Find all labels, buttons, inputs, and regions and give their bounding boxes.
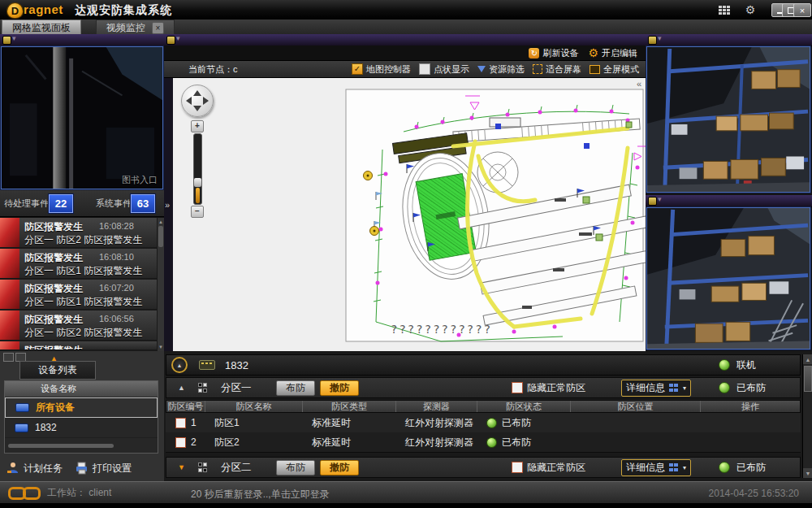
zoom-slider-thumb[interactable]: [194, 178, 201, 187]
camera-node-icon[interactable]: [648, 36, 657, 45]
checkbox-empty-icon[interactable]: [512, 462, 523, 473]
pan-left-icon[interactable]: [186, 97, 192, 105]
chevron-down-icon[interactable]: ▾: [658, 34, 662, 42]
collapse-right-icon[interactable]: »: [165, 200, 170, 210]
tree-horizontal-scrollbar[interactable]: [8, 444, 114, 448]
tab-video-monitor-label: 视频监控: [106, 21, 145, 35]
zoom-slider[interactable]: [193, 133, 202, 205]
col-zone-name: 防区名称: [205, 401, 303, 412]
alarm-title: 防区报警发生: [24, 220, 83, 234]
camera-name-overlay: 图书入口: [122, 174, 158, 186]
panel-scrollbar[interactable]: ▲ ▼: [802, 354, 812, 478]
arm-button[interactable]: 布防: [276, 460, 315, 475]
checkbox-empty-icon[interactable]: [419, 63, 430, 75]
map-canvas[interactable]: ???????????? « + −: [173, 78, 646, 351]
fullscreen-button[interactable]: 全屏模式: [590, 63, 639, 76]
alarm-flag-icon: [0, 280, 19, 309]
video-feed-entrance[interactable]: 图书入口: [1, 46, 163, 189]
video-feed-warehouse-2[interactable]: [646, 207, 810, 350]
right-video1-header: ▾: [646, 34, 812, 46]
device-tree: 设备名称 所有设备 1832: [4, 380, 158, 454]
alarm-item[interactable]: 防区报警发生 16:06:56 分区一 防区2 防区报警发生: [0, 310, 157, 340]
disarm-button[interactable]: 撤防: [320, 380, 359, 396]
tree-item-label: 所有设备: [36, 401, 75, 415]
detail-info-button[interactable]: 详细信息 ▾: [621, 380, 691, 397]
scheduled-task-button[interactable]: 计划任务: [6, 462, 63, 475]
scrollbar-thumb[interactable]: [804, 366, 812, 392]
device-1832-row[interactable]: ▲ 1832 联机: [166, 354, 801, 376]
zone-type: 标准延时: [302, 416, 395, 430]
tab-close-icon[interactable]: ×: [152, 22, 164, 34]
hide-normal-zones-checkbox[interactable]: 隐藏正常防区: [512, 381, 585, 395]
map-panel-header: ▾: [164, 34, 646, 46]
tab-grid-panel[interactable]: 网格监视面板: [2, 20, 81, 35]
alarm-item-partial[interactable]: 防区报警发生: [0, 341, 157, 350]
settings-gear-icon[interactable]: ⚙: [744, 4, 757, 15]
tab-grid-panel-label: 网格监视面板: [12, 21, 71, 35]
scroll-up-icon[interactable]: ▲: [803, 354, 812, 364]
tab-device-list[interactable]: 设备列表: [19, 361, 96, 380]
expand-partition-icon[interactable]: ▼: [178, 463, 185, 471]
partition2-row[interactable]: ▼ 分区二 布防 撤防 隐藏正常防区 详细信息 ▾ 已布防: [166, 457, 801, 478]
chevron-down-icon[interactable]: ▾: [658, 195, 662, 203]
scroll-down-icon[interactable]: ▼: [803, 468, 812, 478]
map-node-icon[interactable]: [166, 36, 175, 45]
panel-window-icon[interactable]: [3, 353, 14, 362]
zoom-slider-fill: [196, 188, 200, 203]
relogin-message[interactable]: 20 秒后重新登录..,单击立即登录: [191, 488, 330, 501]
camera-node-icon[interactable]: [648, 197, 657, 206]
checkbox-checked-icon[interactable]: ✓: [352, 63, 363, 75]
zone-checkbox[interactable]: [175, 418, 186, 428]
zone-checkbox[interactable]: [175, 437, 186, 448]
refresh-devices-label: 刷新设备: [542, 47, 578, 59]
pan-up-icon[interactable]: [193, 90, 201, 96]
tree-item-1832[interactable]: 1832: [5, 418, 158, 438]
scrollbar-thumb[interactable]: [158, 226, 163, 247]
zoom-out-button[interactable]: −: [191, 206, 204, 218]
zoom-in-button[interactable]: +: [191, 120, 204, 132]
refresh-devices-button[interactable]: ↻ 刷新设备: [529, 47, 578, 59]
left-video-header: ▾: [0, 34, 164, 46]
collapse-device-button[interactable]: ▲: [171, 357, 188, 373]
zone-row-2[interactable]: 2 防区2 标准延时 红外对射探测器 已布防: [166, 432, 801, 453]
map-controller-checkbox[interactable]: ✓ 地图控制器: [352, 63, 411, 76]
pan-right-icon[interactable]: [203, 97, 209, 105]
scroll-down-icon[interactable]: ▼: [158, 344, 164, 350]
collapse-left-icon[interactable]: «: [637, 79, 641, 89]
map-pan-controller[interactable]: [181, 85, 214, 117]
device-name-header-label: 设备名称: [41, 383, 76, 395]
layout-grid-icon[interactable]: [718, 4, 731, 15]
partition1-row[interactable]: ▲ 分区一 布防 撤防 隐藏正常防区 详细信息 ▾ 已布防: [166, 377, 801, 398]
scroll-up-icon[interactable]: ▲: [158, 219, 164, 225]
collapse-partition-icon[interactable]: ▲: [178, 384, 185, 392]
arm-button[interactable]: 布防: [276, 380, 315, 396]
resource-filter-button[interactable]: 资源筛选: [477, 63, 525, 76]
tree-item-all-devices[interactable]: 所有设备: [5, 397, 158, 418]
fit-screen-button[interactable]: 适合屏幕: [533, 63, 581, 76]
alarm-item[interactable]: 防区报警发生 16:07:20 分区一 防区1 防区报警发生: [0, 280, 157, 309]
dot-display-checkbox[interactable]: 点状显示: [419, 63, 469, 76]
disarm-button[interactable]: 撤防: [320, 460, 359, 475]
hide-normal-zones-checkbox[interactable]: 隐藏正常防区: [512, 461, 585, 475]
armed-status-icon: [486, 437, 497, 448]
col-zone-no: 防区编号: [166, 401, 205, 412]
start-edit-button[interactable]: ⚙ 开启编辑: [588, 46, 637, 59]
tab-video-monitor[interactable]: 视频监控 ×: [96, 20, 175, 36]
system-events-label: 系统事件: [96, 198, 132, 210]
fullscreen-label: 全屏模式: [603, 63, 639, 76]
close-button[interactable]: ×: [793, 3, 811, 17]
video-feed-warehouse-1[interactable]: [646, 46, 810, 193]
alarm-item[interactable]: 防区报警发生 16:08:28 分区一 防区2 防区报警发生: [0, 218, 157, 247]
alarm-scrollbar[interactable]: ▲ ▼: [157, 218, 164, 351]
detail-info-button[interactable]: 详细信息 ▾: [621, 459, 691, 476]
print-settings-button[interactable]: 打印设置: [76, 462, 132, 475]
zone-row-1[interactable]: 1 防区1 标准延时 红外对射探测器 已布防: [166, 413, 801, 433]
alarm-item[interactable]: 防区报警发生 16:08:10 分区一 防区1 防区报警发生: [0, 249, 157, 278]
chevron-down-icon[interactable]: ▾: [176, 34, 180, 42]
event-counters: 待处理事件 22 系统事件 63: [0, 190, 164, 217]
checkbox-empty-icon[interactable]: [512, 382, 523, 393]
pan-down-icon[interactable]: [193, 106, 201, 111]
map-action-row: ↻ 刷新设备 ⚙ 开启编辑: [164, 46, 646, 60]
camera-node-icon[interactable]: [2, 36, 11, 45]
chevron-down-icon[interactable]: ▾: [12, 34, 16, 42]
